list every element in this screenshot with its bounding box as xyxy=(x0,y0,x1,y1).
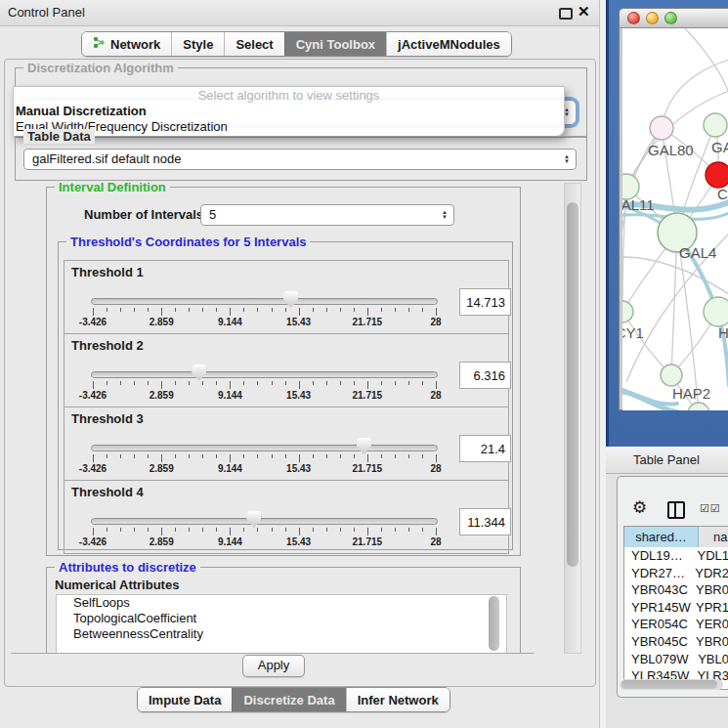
gear-icon[interactable]: ⚙ xyxy=(632,497,647,518)
slider-tick xyxy=(230,308,231,316)
numerical-attributes-list[interactable]: SelfLoopsTopologicalCoefficientBetweenne… xyxy=(56,594,507,654)
slider-tick xyxy=(340,528,341,532)
slider-tick xyxy=(120,381,121,385)
table-row[interactable]: YBR043CYBR0 xyxy=(624,581,728,599)
node-label-gal11: GAL11 xyxy=(622,196,655,213)
threshold-value-field[interactable]: 11.344 xyxy=(459,508,511,535)
network-canvas[interactable]: GAL80GACGAL11GAL4GCY1HHAP2 xyxy=(622,28,728,410)
slider-tick xyxy=(367,528,368,535)
table-row[interactable]: YER054CYER0 xyxy=(624,616,728,633)
tab-label: Network xyxy=(110,37,160,52)
tab-select[interactable]: Select xyxy=(224,32,283,56)
slider-tick xyxy=(216,308,217,312)
table-hscrollbar-track[interactable] xyxy=(620,679,723,690)
threshold-slider-track[interactable] xyxy=(91,445,438,451)
slider-tick-label: 21.715 xyxy=(353,390,383,401)
slider-tick-label: 2.859 xyxy=(150,463,174,474)
thresholds-group-title: Threshold's Coordinates for 5 Intervals xyxy=(66,235,310,249)
node-label-h: H xyxy=(718,324,728,341)
attribute-item-betweennesscentrality[interactable]: BetweennessCentrality xyxy=(57,626,506,642)
threshold-value-field[interactable]: 14.713 xyxy=(459,288,511,316)
table-cell: YDL1 xyxy=(694,547,728,565)
node-gcy1[interactable] xyxy=(622,301,633,322)
table-row[interactable]: YDR27…YDR2 xyxy=(624,565,728,582)
tab-label: Infer Network xyxy=(358,693,439,707)
slider-tick xyxy=(395,528,396,532)
threshold-panel-1: Threshold 1-3.4262.8599.14415.4321.71528… xyxy=(64,260,509,334)
threshold-value-field[interactable]: 6.316 xyxy=(459,362,511,389)
settings-scrollbar-track[interactable] xyxy=(564,183,581,654)
slider-tick xyxy=(161,381,162,389)
table-data-combobox[interactable]: galFiltered.sif default node ▲ ▼ xyxy=(23,149,577,170)
algorithm-option-manual[interactable]: Manual Discretization xyxy=(14,104,564,119)
apply-button[interactable]: Apply xyxy=(242,655,305,677)
slider-tick xyxy=(257,528,258,532)
tab-cyni-toolbox[interactable]: Cyni Toolbox xyxy=(284,32,386,56)
cyni-toolbox-panel: Discretization Algorithm ▲ ▼ Select algo… xyxy=(4,59,596,687)
attributes-group-title: Attributes to discretize xyxy=(55,560,200,575)
threshold-slider-thumb[interactable] xyxy=(246,511,261,528)
number-of-intervals-combobox[interactable]: 5 ▲ ▼ xyxy=(200,204,454,226)
attribute-item-selfloops[interactable]: SelfLoops xyxy=(57,595,506,611)
slider-tick xyxy=(367,308,368,316)
threshold-slider-thumb[interactable] xyxy=(283,291,298,308)
slider-tick xyxy=(408,454,409,458)
column-header-na[interactable]: na xyxy=(699,527,728,547)
algorithm-option-equal-width[interactable]: Equal Width/Frequency Discretization xyxy=(14,119,564,135)
threshold-slider-track[interactable] xyxy=(91,371,438,378)
close-traffic-light-icon[interactable] xyxy=(627,12,640,24)
tab-jactivemnodules[interactable]: jActiveMNodules xyxy=(386,32,511,56)
algorithm-dropdown-hint: Select algorithm to view settings xyxy=(14,87,564,104)
threshold-slider-track[interactable] xyxy=(91,518,438,525)
table-cell: YBR045C xyxy=(624,633,693,651)
close-icon[interactable]: ✕ xyxy=(578,3,590,21)
slider-tick xyxy=(381,308,382,312)
threshold-slider-track[interactable] xyxy=(91,298,438,305)
attributes-list-scrollbar[interactable] xyxy=(489,596,499,651)
table-hscrollbar-thumb[interactable] xyxy=(621,680,717,689)
node-h[interactable] xyxy=(704,297,728,326)
node-table[interactable]: shared…na YDL19…YDL1YDR27…YDR2YBR043CYBR… xyxy=(623,526,728,690)
table-row[interactable]: YBL079WYBL0 xyxy=(624,651,728,668)
table-row[interactable]: YPR145WYPR1 xyxy=(624,599,728,617)
checkboxes-icon[interactable]: ☑☑ xyxy=(700,502,721,515)
slider-tick xyxy=(243,308,244,312)
node-table-header: shared…na xyxy=(624,527,728,547)
node-ga[interactable] xyxy=(704,113,727,137)
minimize-traffic-light-icon[interactable] xyxy=(646,12,659,24)
tab-infer-network[interactable]: Infer Network xyxy=(346,688,450,711)
table-cell: YER054C xyxy=(624,616,693,633)
tab-network[interactable]: Network xyxy=(82,32,171,56)
slider-tick xyxy=(134,381,135,385)
slider-tick xyxy=(216,528,217,532)
tab-label: Cyni Toolbox xyxy=(296,37,375,52)
tab-label: Style xyxy=(183,37,213,52)
table-row[interactable]: YBR045CYBR0 xyxy=(624,633,728,651)
algorithm-dropdown-popup: Select algorithm to view settings Manual… xyxy=(13,86,565,137)
slider-tick-label: 15.43 xyxy=(286,390,311,401)
slider-tick xyxy=(395,381,396,385)
column-header-shared-[interactable]: shared… xyxy=(624,527,699,547)
node-hap2[interactable] xyxy=(661,364,682,386)
slider-tick xyxy=(313,381,314,385)
table-row[interactable]: YDL19…YDL1 xyxy=(624,547,728,565)
node-label-gal80: GAL80 xyxy=(648,142,694,158)
settings-scrollbar-thumb[interactable] xyxy=(567,202,578,567)
node-gal80[interactable] xyxy=(650,116,673,140)
tab-impute-data[interactable]: Impute Data xyxy=(138,688,232,711)
slider-tick xyxy=(340,308,341,312)
slider-tick-label: 21.715 xyxy=(353,463,383,474)
tab-style[interactable]: Style xyxy=(171,32,224,56)
tab-discretize-data[interactable]: Discretize Data xyxy=(232,688,345,711)
node-red[interactable] xyxy=(706,162,728,188)
slider-tick xyxy=(313,528,314,532)
threshold-slider-thumb[interactable] xyxy=(357,438,371,454)
zoom-traffic-light-icon[interactable] xyxy=(664,12,677,24)
number-of-intervals-label: Number of Intervals xyxy=(84,207,203,222)
threshold-value-field[interactable]: 21.4 xyxy=(459,435,511,462)
threshold-slider-thumb[interactable] xyxy=(192,364,206,381)
columns-icon[interactable] xyxy=(667,501,685,519)
attribute-item-topologicalcoefficient[interactable]: TopologicalCoefficient xyxy=(57,611,506,626)
bottom-tab-bar: Impute DataDiscretize DataInfer Network xyxy=(137,687,450,712)
float-window-icon[interactable] xyxy=(559,8,573,20)
